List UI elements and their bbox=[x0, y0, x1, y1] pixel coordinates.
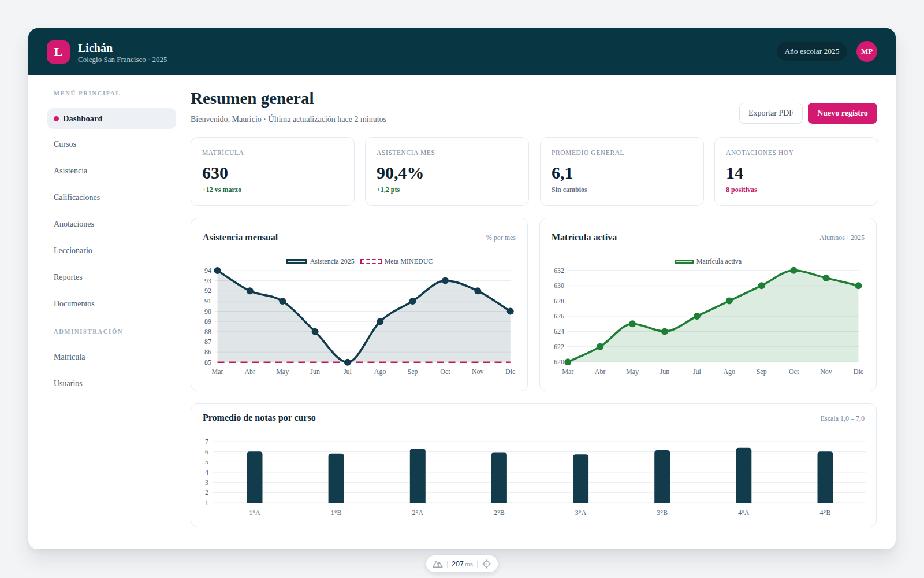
svg-text:Ago: Ago bbox=[374, 368, 386, 376]
svg-text:1°B: 1°B bbox=[331, 509, 342, 517]
svg-text:4°A: 4°A bbox=[738, 509, 750, 517]
svg-text:630: 630 bbox=[554, 281, 564, 290]
svg-text:Sep: Sep bbox=[757, 368, 767, 376]
svg-text:2: 2 bbox=[205, 488, 208, 497]
svg-text:3: 3 bbox=[205, 479, 208, 487]
svg-text:89: 89 bbox=[204, 317, 211, 325]
svg-text:Mar: Mar bbox=[562, 368, 573, 376]
svg-text:87: 87 bbox=[204, 338, 211, 346]
svg-text:4: 4 bbox=[205, 468, 208, 476]
svg-text:Abr: Abr bbox=[595, 368, 606, 376]
svg-text:624: 624 bbox=[554, 327, 564, 335]
svg-text:May: May bbox=[626, 368, 639, 376]
svg-text:626: 626 bbox=[554, 312, 564, 320]
svg-text:Oct: Oct bbox=[440, 368, 450, 376]
svg-text:2°B: 2°B bbox=[494, 509, 505, 517]
svg-text:93: 93 bbox=[204, 277, 211, 285]
svg-text:622: 622 bbox=[554, 343, 564, 351]
svg-text:90: 90 bbox=[204, 307, 211, 316]
svg-text:88: 88 bbox=[204, 328, 211, 336]
svg-text:3°A: 3°A bbox=[575, 509, 587, 517]
svg-text:May: May bbox=[276, 368, 289, 376]
svg-text:91: 91 bbox=[204, 297, 211, 305]
svg-text:Ago: Ago bbox=[723, 368, 735, 376]
svg-text:7: 7 bbox=[205, 438, 208, 446]
svg-text:Dic: Dic bbox=[505, 368, 515, 376]
svg-text:1°A: 1°A bbox=[249, 509, 260, 517]
svg-text:86: 86 bbox=[204, 348, 211, 356]
svg-text:Dic: Dic bbox=[854, 368, 863, 376]
svg-text:2°A: 2°A bbox=[412, 509, 424, 517]
svg-text:Nov: Nov bbox=[820, 368, 832, 376]
svg-text:632: 632 bbox=[554, 266, 564, 275]
svg-text:Jul: Jul bbox=[693, 368, 702, 376]
svg-text:620: 620 bbox=[554, 358, 564, 366]
svg-text:92: 92 bbox=[204, 287, 211, 295]
svg-text:Jun: Jun bbox=[310, 368, 320, 376]
svg-text:4°B: 4°B bbox=[820, 509, 831, 517]
svg-text:628: 628 bbox=[554, 297, 564, 305]
svg-text:Jul: Jul bbox=[344, 368, 352, 376]
svg-text:Jun: Jun bbox=[660, 368, 670, 376]
svg-text:5: 5 bbox=[205, 458, 208, 466]
svg-text:85: 85 bbox=[204, 358, 211, 366]
svg-text:Abr: Abr bbox=[244, 368, 255, 376]
svg-text:Nov: Nov bbox=[472, 368, 484, 376]
svg-text:Oct: Oct bbox=[789, 368, 799, 376]
svg-text:6: 6 bbox=[205, 448, 208, 456]
svg-text:94: 94 bbox=[204, 266, 211, 275]
svg-text:Mar: Mar bbox=[212, 368, 223, 376]
svg-text:3°B: 3°B bbox=[657, 509, 668, 517]
svg-text:Sep: Sep bbox=[408, 368, 418, 376]
svg-text:1: 1 bbox=[205, 499, 208, 507]
